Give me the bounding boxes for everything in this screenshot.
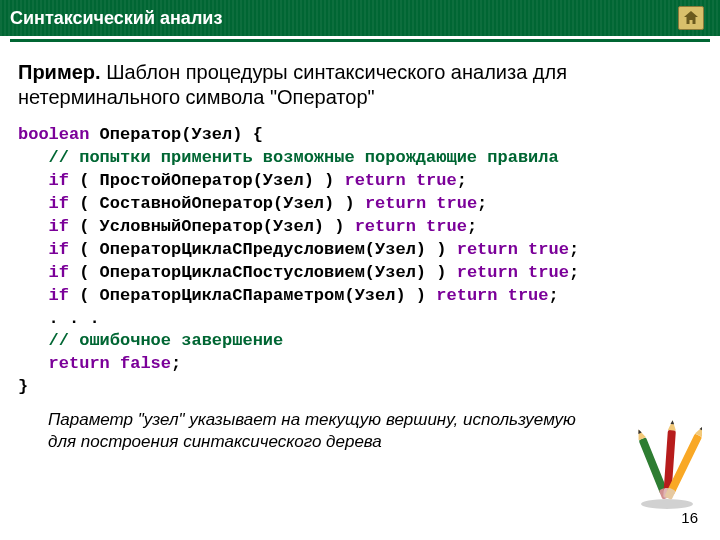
svg-marker-0 — [684, 11, 698, 24]
intro-text: Шаблон процедуры синтаксического анализа… — [18, 61, 567, 108]
kw-ret-false: return false — [18, 354, 171, 373]
slide-content: Пример. Шаблон процедуры синтаксического… — [0, 42, 720, 453]
kw-if-1: if — [18, 171, 69, 190]
home-icon — [683, 11, 699, 25]
semi-6: ; — [549, 286, 559, 305]
home-button[interactable] — [678, 6, 704, 30]
semi-4: ; — [569, 240, 579, 259]
svg-rect-2 — [639, 437, 668, 494]
code-l4: ( СоставнойОператор(Узел) ) — [69, 194, 365, 213]
kw-if-2: if — [18, 194, 69, 213]
slide-header: Синтаксический анализ — [0, 0, 720, 36]
footnote: Параметр "узел" указывает на текущую вер… — [18, 409, 702, 453]
semi-3: ; — [467, 217, 477, 236]
page-number: 16 — [681, 509, 698, 526]
comment-2: // ошибочное завершение — [18, 331, 283, 350]
code-l6: ( ОператорЦиклаСПредусловием(Узел) ) — [69, 240, 457, 259]
kw-if-3: if — [18, 217, 69, 236]
kw-ret-6: return true — [436, 286, 548, 305]
code-l7: ( ОператорЦиклаСПостусловием(Узел) ) — [69, 263, 457, 282]
svg-marker-8 — [671, 420, 675, 424]
kw-ret-2: return true — [365, 194, 477, 213]
intro-paragraph: Пример. Шаблон процедуры синтаксического… — [18, 60, 702, 110]
kw-if-4: if — [18, 240, 69, 259]
kw-if-6: if — [18, 286, 69, 305]
pencils-illustration — [632, 420, 702, 510]
semi-7: ; — [171, 354, 181, 373]
kw-ret-1: return true — [344, 171, 456, 190]
semi-2: ; — [477, 194, 487, 213]
slide-title: Синтаксический анализ — [10, 8, 222, 29]
svg-point-1 — [641, 499, 693, 509]
kw-ret-4: return true — [457, 240, 569, 259]
kw-ret-5: return true — [457, 263, 569, 282]
code-l3: ( ПростойОператор(Узел) ) — [69, 171, 344, 190]
code-l5: ( УсловныйОператор(Узел) ) — [69, 217, 355, 236]
code-l1: Оператор(Узел) { — [89, 125, 262, 144]
semi-1: ; — [457, 171, 467, 190]
comment-1: // попытки применить возможные порождающ… — [18, 148, 559, 167]
code-close-brace: } — [18, 377, 28, 396]
semi-5: ; — [569, 263, 579, 282]
code-block: boolean Оператор(Узел) { // попытки прим… — [18, 124, 702, 399]
code-l8: ( ОператорЦиклаСПараметром(Узел) ) — [69, 286, 436, 305]
intro-label: Пример. — [18, 61, 101, 83]
kw-ret-3: return true — [355, 217, 467, 236]
kw-boolean: boolean — [18, 125, 89, 144]
code-ellipsis: . . . — [18, 309, 100, 328]
kw-if-5: if — [18, 263, 69, 282]
